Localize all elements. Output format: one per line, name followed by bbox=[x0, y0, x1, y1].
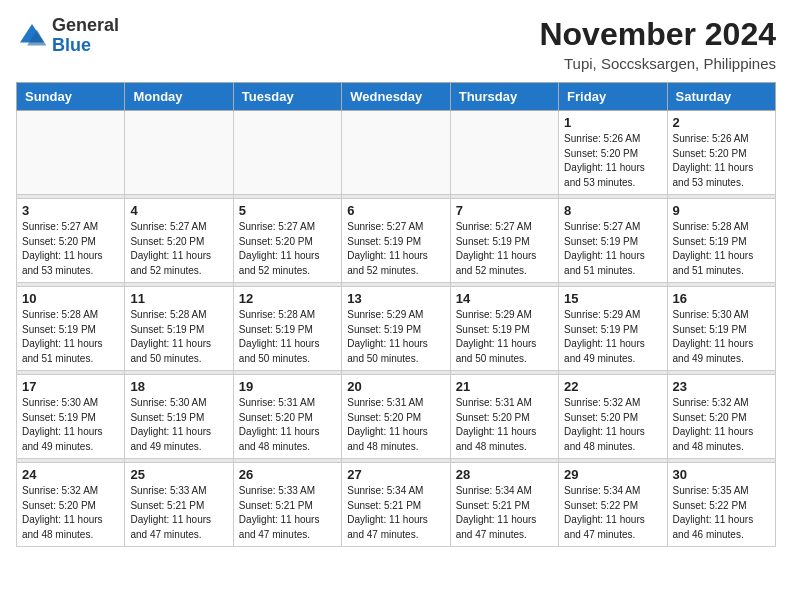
day-info: Sunrise: 5:32 AM Sunset: 5:20 PM Dayligh… bbox=[673, 396, 770, 454]
calendar-cell: 15Sunrise: 5:29 AM Sunset: 5:19 PM Dayli… bbox=[559, 287, 667, 371]
calendar-cell bbox=[450, 111, 558, 195]
calendar-cell: 24Sunrise: 5:32 AM Sunset: 5:20 PM Dayli… bbox=[17, 463, 125, 547]
day-number: 28 bbox=[456, 467, 553, 482]
day-info: Sunrise: 5:28 AM Sunset: 5:19 PM Dayligh… bbox=[22, 308, 119, 366]
calendar-cell: 11Sunrise: 5:28 AM Sunset: 5:19 PM Dayli… bbox=[125, 287, 233, 371]
day-info: Sunrise: 5:32 AM Sunset: 5:20 PM Dayligh… bbox=[22, 484, 119, 542]
calendar-cell: 7Sunrise: 5:27 AM Sunset: 5:19 PM Daylig… bbox=[450, 199, 558, 283]
calendar-cell: 28Sunrise: 5:34 AM Sunset: 5:21 PM Dayli… bbox=[450, 463, 558, 547]
day-info: Sunrise: 5:27 AM Sunset: 5:20 PM Dayligh… bbox=[239, 220, 336, 278]
day-info: Sunrise: 5:31 AM Sunset: 5:20 PM Dayligh… bbox=[456, 396, 553, 454]
month-title: November 2024 bbox=[539, 16, 776, 53]
day-info: Sunrise: 5:34 AM Sunset: 5:22 PM Dayligh… bbox=[564, 484, 661, 542]
calendar-cell bbox=[125, 111, 233, 195]
calendar-cell: 17Sunrise: 5:30 AM Sunset: 5:19 PM Dayli… bbox=[17, 375, 125, 459]
calendar-cell: 23Sunrise: 5:32 AM Sunset: 5:20 PM Dayli… bbox=[667, 375, 775, 459]
column-header-thursday: Thursday bbox=[450, 83, 558, 111]
column-header-wednesday: Wednesday bbox=[342, 83, 450, 111]
column-header-monday: Monday bbox=[125, 83, 233, 111]
day-number: 24 bbox=[22, 467, 119, 482]
day-number: 20 bbox=[347, 379, 444, 394]
calendar-cell: 21Sunrise: 5:31 AM Sunset: 5:20 PM Dayli… bbox=[450, 375, 558, 459]
calendar-cell: 8Sunrise: 5:27 AM Sunset: 5:19 PM Daylig… bbox=[559, 199, 667, 283]
calendar-cell: 26Sunrise: 5:33 AM Sunset: 5:21 PM Dayli… bbox=[233, 463, 341, 547]
location-title: Tupi, Soccsksargen, Philippines bbox=[539, 55, 776, 72]
day-info: Sunrise: 5:32 AM Sunset: 5:20 PM Dayligh… bbox=[564, 396, 661, 454]
logo-blue-text: Blue bbox=[52, 35, 91, 55]
calendar-cell: 2Sunrise: 5:26 AM Sunset: 5:20 PM Daylig… bbox=[667, 111, 775, 195]
day-info: Sunrise: 5:27 AM Sunset: 5:19 PM Dayligh… bbox=[347, 220, 444, 278]
calendar-table: SundayMondayTuesdayWednesdayThursdayFrid… bbox=[16, 82, 776, 547]
calendar-week-row-4: 17Sunrise: 5:30 AM Sunset: 5:19 PM Dayli… bbox=[17, 375, 776, 459]
day-info: Sunrise: 5:31 AM Sunset: 5:20 PM Dayligh… bbox=[239, 396, 336, 454]
calendar-cell: 19Sunrise: 5:31 AM Sunset: 5:20 PM Dayli… bbox=[233, 375, 341, 459]
day-info: Sunrise: 5:31 AM Sunset: 5:20 PM Dayligh… bbox=[347, 396, 444, 454]
day-number: 9 bbox=[673, 203, 770, 218]
title-block: November 2024 Tupi, Soccsksargen, Philip… bbox=[539, 16, 776, 72]
day-info: Sunrise: 5:27 AM Sunset: 5:19 PM Dayligh… bbox=[564, 220, 661, 278]
day-number: 14 bbox=[456, 291, 553, 306]
day-number: 19 bbox=[239, 379, 336, 394]
calendar-cell: 1Sunrise: 5:26 AM Sunset: 5:20 PM Daylig… bbox=[559, 111, 667, 195]
day-info: Sunrise: 5:26 AM Sunset: 5:20 PM Dayligh… bbox=[564, 132, 661, 190]
day-number: 8 bbox=[564, 203, 661, 218]
day-info: Sunrise: 5:30 AM Sunset: 5:19 PM Dayligh… bbox=[22, 396, 119, 454]
logo-icon bbox=[16, 20, 48, 52]
day-number: 15 bbox=[564, 291, 661, 306]
day-info: Sunrise: 5:33 AM Sunset: 5:21 PM Dayligh… bbox=[130, 484, 227, 542]
calendar-cell: 9Sunrise: 5:28 AM Sunset: 5:19 PM Daylig… bbox=[667, 199, 775, 283]
day-number: 10 bbox=[22, 291, 119, 306]
calendar-cell bbox=[17, 111, 125, 195]
day-number: 27 bbox=[347, 467, 444, 482]
day-info: Sunrise: 5:29 AM Sunset: 5:19 PM Dayligh… bbox=[564, 308, 661, 366]
day-number: 25 bbox=[130, 467, 227, 482]
day-info: Sunrise: 5:33 AM Sunset: 5:21 PM Dayligh… bbox=[239, 484, 336, 542]
calendar-cell: 22Sunrise: 5:32 AM Sunset: 5:20 PM Dayli… bbox=[559, 375, 667, 459]
day-info: Sunrise: 5:26 AM Sunset: 5:20 PM Dayligh… bbox=[673, 132, 770, 190]
calendar-cell: 18Sunrise: 5:30 AM Sunset: 5:19 PM Dayli… bbox=[125, 375, 233, 459]
calendar-cell: 30Sunrise: 5:35 AM Sunset: 5:22 PM Dayli… bbox=[667, 463, 775, 547]
day-info: Sunrise: 5:28 AM Sunset: 5:19 PM Dayligh… bbox=[130, 308, 227, 366]
day-number: 17 bbox=[22, 379, 119, 394]
day-number: 18 bbox=[130, 379, 227, 394]
day-number: 1 bbox=[564, 115, 661, 130]
calendar-cell: 29Sunrise: 5:34 AM Sunset: 5:22 PM Dayli… bbox=[559, 463, 667, 547]
column-header-tuesday: Tuesday bbox=[233, 83, 341, 111]
calendar-cell: 20Sunrise: 5:31 AM Sunset: 5:20 PM Dayli… bbox=[342, 375, 450, 459]
column-header-friday: Friday bbox=[559, 83, 667, 111]
page-header: General Blue November 2024 Tupi, Soccsks… bbox=[16, 16, 776, 72]
day-number: 23 bbox=[673, 379, 770, 394]
day-number: 2 bbox=[673, 115, 770, 130]
calendar-cell: 6Sunrise: 5:27 AM Sunset: 5:19 PM Daylig… bbox=[342, 199, 450, 283]
calendar-header-row: SundayMondayTuesdayWednesdayThursdayFrid… bbox=[17, 83, 776, 111]
day-number: 4 bbox=[130, 203, 227, 218]
day-number: 30 bbox=[673, 467, 770, 482]
day-number: 5 bbox=[239, 203, 336, 218]
calendar-week-row-5: 24Sunrise: 5:32 AM Sunset: 5:20 PM Dayli… bbox=[17, 463, 776, 547]
calendar-cell bbox=[342, 111, 450, 195]
day-number: 12 bbox=[239, 291, 336, 306]
logo-general-text: General bbox=[52, 15, 119, 35]
day-number: 3 bbox=[22, 203, 119, 218]
calendar-cell: 25Sunrise: 5:33 AM Sunset: 5:21 PM Dayli… bbox=[125, 463, 233, 547]
calendar-cell: 5Sunrise: 5:27 AM Sunset: 5:20 PM Daylig… bbox=[233, 199, 341, 283]
day-info: Sunrise: 5:28 AM Sunset: 5:19 PM Dayligh… bbox=[673, 220, 770, 278]
logo: General Blue bbox=[16, 16, 119, 56]
calendar-cell: 13Sunrise: 5:29 AM Sunset: 5:19 PM Dayli… bbox=[342, 287, 450, 371]
calendar-week-row-2: 3Sunrise: 5:27 AM Sunset: 5:20 PM Daylig… bbox=[17, 199, 776, 283]
day-number: 22 bbox=[564, 379, 661, 394]
day-info: Sunrise: 5:35 AM Sunset: 5:22 PM Dayligh… bbox=[673, 484, 770, 542]
day-number: 26 bbox=[239, 467, 336, 482]
calendar-cell bbox=[233, 111, 341, 195]
day-info: Sunrise: 5:27 AM Sunset: 5:19 PM Dayligh… bbox=[456, 220, 553, 278]
day-info: Sunrise: 5:29 AM Sunset: 5:19 PM Dayligh… bbox=[456, 308, 553, 366]
calendar-week-row-1: 1Sunrise: 5:26 AM Sunset: 5:20 PM Daylig… bbox=[17, 111, 776, 195]
day-info: Sunrise: 5:29 AM Sunset: 5:19 PM Dayligh… bbox=[347, 308, 444, 366]
day-info: Sunrise: 5:27 AM Sunset: 5:20 PM Dayligh… bbox=[22, 220, 119, 278]
day-number: 6 bbox=[347, 203, 444, 218]
day-number: 7 bbox=[456, 203, 553, 218]
day-info: Sunrise: 5:27 AM Sunset: 5:20 PM Dayligh… bbox=[130, 220, 227, 278]
calendar-cell: 16Sunrise: 5:30 AM Sunset: 5:19 PM Dayli… bbox=[667, 287, 775, 371]
calendar-cell: 3Sunrise: 5:27 AM Sunset: 5:20 PM Daylig… bbox=[17, 199, 125, 283]
day-number: 21 bbox=[456, 379, 553, 394]
